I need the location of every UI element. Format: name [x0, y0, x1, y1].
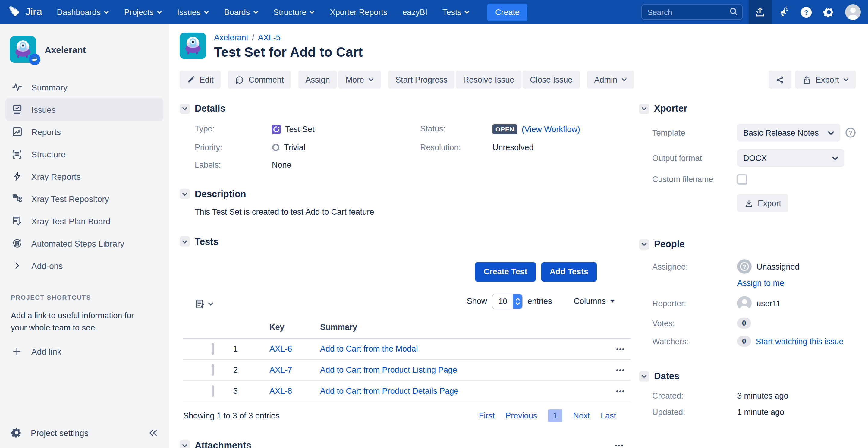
table-entries-summary: Showing 1 to 3 of 3 entries [183, 411, 280, 420]
project-sidebar: Axelerant Summary Issues Reports Struct [0, 24, 169, 448]
start-watching-link[interactable]: Start watching this issue [755, 337, 843, 346]
collapse-xporter-icon[interactable] [639, 103, 649, 114]
collapse-description-icon[interactable] [180, 189, 190, 199]
collapse-tests-icon[interactable] [180, 236, 190, 247]
output-format-label: Output format [652, 153, 737, 162]
row-key-link[interactable]: AXL-6 [270, 344, 292, 353]
jira-logo[interactable]: Jira [8, 5, 42, 19]
svg-text:?: ? [743, 264, 746, 270]
votes-badge[interactable]: 0 [737, 318, 751, 329]
export-button[interactable]: Export [795, 70, 856, 89]
attachments-section: Attachments [180, 440, 630, 448]
help-icon[interactable]: ? [795, 0, 817, 24]
entries-label: entries [527, 297, 552, 306]
breadcrumb-issue-link[interactable]: AXL-5 [258, 33, 281, 42]
nav-xporter-reports[interactable]: Xporter Reports [330, 7, 388, 17]
sidebar-item-xray-test-plan-board[interactable]: Xray Test Plan Board [5, 210, 163, 232]
details-section: Details Type: Test Set Status: OPEN [180, 103, 630, 169]
row-menu-icon[interactable] [600, 348, 624, 350]
row-menu-icon[interactable] [600, 369, 624, 371]
nav-dashboards[interactable]: Dashboards [57, 7, 109, 17]
search-icon[interactable] [730, 7, 738, 16]
more-button[interactable]: More [338, 70, 381, 89]
create-test-button[interactable]: Create Test [475, 262, 535, 281]
collapse-people-icon[interactable] [639, 239, 649, 249]
chevron-down-icon [157, 10, 162, 14]
search-input[interactable] [641, 4, 743, 20]
template-select[interactable]: Basic Release Notes [737, 124, 840, 142]
collapse-dates-icon[interactable] [639, 371, 649, 381]
project-avatar[interactable] [10, 36, 36, 63]
watchers-badge[interactable]: 0 [737, 336, 751, 347]
template-label: Template [652, 128, 737, 137]
user-avatar[interactable] [845, 4, 861, 20]
admin-button[interactable]: Admin [587, 70, 634, 89]
pagination-next[interactable]: Next [573, 411, 590, 420]
nav-tests[interactable]: Tests [442, 7, 470, 17]
settings-icon[interactable] [817, 0, 840, 24]
xporter-nav-icon[interactable] [749, 0, 772, 24]
row-summary-link[interactable]: Add to Cart from Product Listing Page [320, 365, 457, 375]
column-header-key[interactable]: Key [270, 322, 320, 331]
output-format-select[interactable]: DOCX [737, 149, 844, 167]
nav-projects[interactable]: Projects [124, 7, 162, 17]
tests-list-menu-button[interactable] [195, 298, 213, 309]
project-shortcuts-text: Add a link to useful information for you… [11, 310, 140, 334]
row-checkbox[interactable] [212, 364, 214, 376]
project-settings-label[interactable]: Project settings [31, 428, 88, 438]
project-name: Axelerant [44, 44, 86, 55]
sidebar-item-automated-steps-library[interactable]: Automated Steps Library [5, 232, 163, 255]
sidebar-item-add-ons[interactable]: Add-ons [5, 255, 163, 277]
pagination-current-page[interactable]: 1 [548, 409, 562, 422]
sidebar-item-xray-test-repository[interactable]: Xray Test Repository [5, 187, 163, 210]
assign-button[interactable]: Assign [299, 70, 337, 89]
nav-structure[interactable]: Structure [273, 7, 315, 17]
breadcrumb-project-link[interactable]: Axelerant [214, 33, 248, 42]
nav-eazybi[interactable]: eazyBI [402, 7, 427, 17]
share-button[interactable] [769, 70, 792, 89]
sidebar-item-xray-reports[interactable]: Xray Reports [5, 165, 163, 187]
assign-to-me-link[interactable]: Assign to me [737, 278, 784, 288]
nav-issues[interactable]: Issues [177, 7, 209, 17]
row-checkbox[interactable] [212, 385, 214, 397]
chevron-down-icon [310, 10, 315, 14]
row-summary-link[interactable]: Add to Cart from the Modal [320, 344, 418, 353]
edit-button[interactable]: Edit [180, 70, 221, 89]
columns-button[interactable]: Columns [574, 297, 615, 306]
add-link-button[interactable]: Add link [11, 347, 158, 356]
sidebar-item-reports[interactable]: Reports [5, 121, 163, 143]
sidebar-item-structure[interactable]: Structure [5, 143, 163, 165]
nav-boards[interactable]: Boards [224, 7, 258, 17]
steps-library-icon [11, 238, 23, 249]
priority-trivial-icon [272, 143, 280, 151]
attachments-menu-icon[interactable] [615, 444, 630, 447]
spinner-arrows-icon[interactable] [513, 294, 522, 308]
sidebar-item-issues[interactable]: Issues [5, 98, 163, 121]
reporter-label: Reporter: [652, 299, 737, 308]
custom-filename-checkbox[interactable] [737, 174, 747, 184]
row-summary-link[interactable]: Add to Cart from Product Details Page [320, 387, 458, 395]
collapse-attachments-icon[interactable] [180, 440, 190, 448]
collapse-sidebar-icon[interactable] [148, 428, 158, 438]
pagination-first[interactable]: First [479, 411, 495, 420]
view-workflow-link[interactable]: (View Workflow) [522, 125, 580, 134]
row-checkbox[interactable] [212, 343, 214, 355]
sidebar-item-summary[interactable]: Summary [5, 76, 163, 98]
xporter-export-button[interactable]: Export [737, 194, 788, 212]
create-button[interactable]: Create [487, 3, 527, 21]
comment-button[interactable]: Comment [228, 70, 291, 89]
collapse-details-icon[interactable] [180, 103, 190, 114]
template-help-icon[interactable]: ? [845, 127, 856, 138]
row-key-link[interactable]: AXL-7 [270, 365, 292, 375]
row-menu-icon[interactable] [600, 390, 624, 392]
page-size-select[interactable]: 10 [492, 293, 523, 309]
close-issue-button[interactable]: Close Issue [523, 70, 580, 89]
row-key-link[interactable]: AXL-8 [270, 387, 292, 395]
resolve-issue-button[interactable]: Resolve Issue [456, 70, 522, 89]
pagination-previous[interactable]: Previous [505, 411, 537, 420]
pagination-last[interactable]: Last [601, 411, 616, 420]
start-progress-button[interactable]: Start Progress [388, 70, 455, 89]
announcements-icon[interactable] [772, 0, 795, 24]
column-header-summary[interactable]: Summary [320, 322, 600, 331]
add-tests-button[interactable]: Add Tests [541, 262, 597, 281]
